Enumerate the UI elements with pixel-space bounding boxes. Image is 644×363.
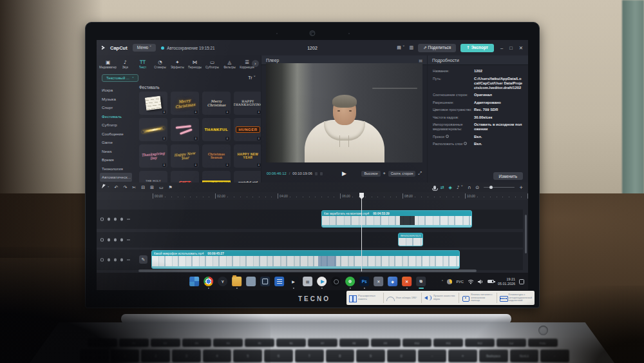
update-tray-icon[interactable] (447, 279, 452, 284)
quality-button[interactable]: Высокое (361, 171, 380, 177)
lock-icon[interactable] (108, 239, 111, 242)
media-tab[interactable]: ✦ Эффекты (169, 60, 186, 69)
trim-right-icon[interactable]: ⊞ (150, 184, 154, 191)
timeline-clip[interactable]: IMG20240921121 (398, 233, 423, 246)
maximize-button[interactable]: □ (509, 45, 513, 51)
text-template-card[interactable]: Thanksgiving Day ↓ (139, 144, 167, 168)
zoom-slider-knob[interactable] (489, 186, 493, 189)
vertical-scrollbar[interactable] (525, 215, 527, 253)
text-template-card[interactable]: HAPPY NEW YEAR ↓ (234, 144, 261, 168)
download-icon[interactable]: ↓ (257, 163, 261, 167)
download-icon[interactable]: ↓ (225, 110, 229, 114)
menu-button[interactable]: Меню ˅ (133, 44, 156, 52)
zoom-in-icon[interactable]: + (519, 184, 523, 191)
taskbar-icon[interactable]: ▶ (289, 277, 298, 286)
category-item[interactable]: Время (102, 155, 134, 164)
taskbar-icon[interactable] (331, 277, 341, 286)
category-item[interactable]: Субтитр (102, 121, 134, 130)
track-type-icon[interactable] (100, 218, 104, 221)
link-clips-icon[interactable]: ⇄ (440, 184, 444, 191)
fullscreen-icon[interactable]: ⤢ (418, 171, 422, 176)
keyboard-language[interactable]: РУС (456, 280, 464, 284)
mute-icon[interactable] (120, 239, 124, 242)
taskbar-icon[interactable]: ⧉ (416, 277, 426, 286)
frame-step-icon[interactable] (320, 172, 323, 175)
change-button[interactable]: Изменить (493, 172, 523, 180)
download-icon[interactable]: ↓ (194, 137, 198, 141)
taskbar-icon[interactable]: ✕ (374, 277, 383, 286)
category-item[interactable]: Технология (102, 164, 134, 173)
media-tab[interactable]: ◬ Фильтры (221, 60, 238, 69)
taskbar-icon[interactable] (317, 277, 327, 286)
mute-track-icon[interactable]: ♪ ˅ (457, 184, 463, 191)
text-template-card[interactable]: ↓ (139, 92, 167, 115)
category-item[interactable]: Game (102, 138, 134, 147)
category-item[interactable]: Спорт (102, 103, 134, 112)
delete-icon[interactable]: ▭ (159, 184, 164, 191)
taskbar-icon[interactable]: ◆ (388, 277, 397, 286)
media-tab[interactable]: ▭ Субтитры (204, 60, 221, 69)
lock-icon[interactable] (108, 218, 111, 221)
media-tab[interactable]: ♪ Звук (117, 60, 134, 69)
notification-icon[interactable] (519, 279, 524, 284)
info-icon[interactable]: i (446, 135, 449, 138)
category-item[interactable]: Искра (102, 86, 134, 95)
mute-icon[interactable] (120, 218, 124, 221)
download-icon[interactable]: ↓ (162, 110, 166, 114)
collapse-icon[interactable] (127, 239, 130, 240)
record-voiceover-icon[interactable] (433, 186, 436, 190)
clock[interactable]: 19:21 05.01.2026 (498, 277, 515, 285)
player-panel-icon[interactable]: ▤ (419, 58, 422, 63)
text-template-card[interactable]: Merry Christmas ↓ (171, 92, 199, 115)
text-type-dropdown[interactable]: Текстовый ...˄ (102, 74, 138, 82)
track-type-icon[interactable] (100, 239, 104, 242)
text-template-card[interactable]: Merry Christmas ↓ (202, 92, 231, 115)
preview-axis-icon[interactable]: ⊙ (475, 184, 479, 191)
close-button[interactable]: ✕ (519, 45, 523, 51)
layout-switcher-icon[interactable]: ▤ ˅ (397, 45, 404, 50)
text-template-card[interactable]: Christmas Season ↓ (202, 144, 231, 168)
undo-icon[interactable]: ↶ (115, 184, 118, 191)
text-template-card[interactable]: HAPPY THANKSGIVING ↓ (234, 92, 261, 115)
text-template-card[interactable]: GIFT ↓ (171, 171, 199, 182)
taskbar-icon[interactable]: Ps (359, 277, 369, 286)
text-template-card[interactable]: ↓ (171, 118, 199, 141)
hide-icon[interactable] (114, 218, 117, 221)
timeline-ruler[interactable]: 00:0002:0004:0006:0008:0010:0012:00 (97, 192, 528, 200)
text-template-card[interactable]: MERRY CHRISTMAS ↓ (202, 171, 231, 182)
download-icon[interactable]: ↓ (225, 137, 229, 141)
category-item[interactable]: News (102, 147, 134, 156)
media-tab[interactable]: ⋈ Переходы (186, 60, 204, 69)
tray-chevron-icon[interactable]: ˄ (442, 280, 444, 284)
marker-icon[interactable]: ⚑ (169, 184, 173, 191)
media-tab[interactable]: ◔ Стикеры (151, 60, 169, 69)
playhead[interactable] (361, 193, 362, 271)
taskbar-icon[interactable] (345, 277, 355, 286)
text-template-card[interactable]: HUNGER ↓ (234, 118, 261, 141)
taskbar-icon[interactable]: ▦ (303, 277, 312, 286)
magnet-snap-icon[interactable]: ∩ (468, 184, 471, 191)
timeline-zoom-slider[interactable] (484, 187, 515, 188)
download-icon[interactable]: ↓ (162, 163, 166, 167)
hide-icon[interactable] (114, 239, 117, 242)
download-icon[interactable]: ↓ (257, 110, 261, 114)
download-icon[interactable]: ↓ (194, 110, 198, 114)
select-tool[interactable]: ˅ (102, 184, 109, 191)
font-dropdown[interactable]: Tr ˅ (248, 75, 256, 81)
text-template-card[interactable]: Happy New Year ↓ (171, 144, 199, 168)
frame-step-icon[interactable] (315, 172, 317, 175)
battery-icon[interactable] (488, 280, 494, 284)
split-icon[interactable]: ✂ (132, 184, 136, 191)
share-button[interactable]: ⇗ Поделиться (418, 44, 456, 52)
info-icon[interactable]: i (464, 142, 467, 145)
aspect-ratio-button[interactable]: Соотн. сторон (388, 171, 416, 177)
trim-left-icon[interactable]: ⊟ (141, 184, 145, 191)
timeline-clip[interactable]: Как заработать на монтаже.mp400:04:53:29 (321, 210, 472, 228)
collapse-icon[interactable] (127, 219, 130, 220)
category-item[interactable]: Фестиваль (102, 112, 134, 121)
taskbar-icon[interactable] (274, 277, 284, 286)
audio-sync-icon[interactable]: ◈ (449, 184, 452, 191)
category-item[interactable]: Автоматическ... (100, 173, 132, 182)
panel-toggle-icon[interactable]: ▥ (410, 45, 414, 50)
download-icon[interactable]: ↓ (257, 137, 261, 141)
